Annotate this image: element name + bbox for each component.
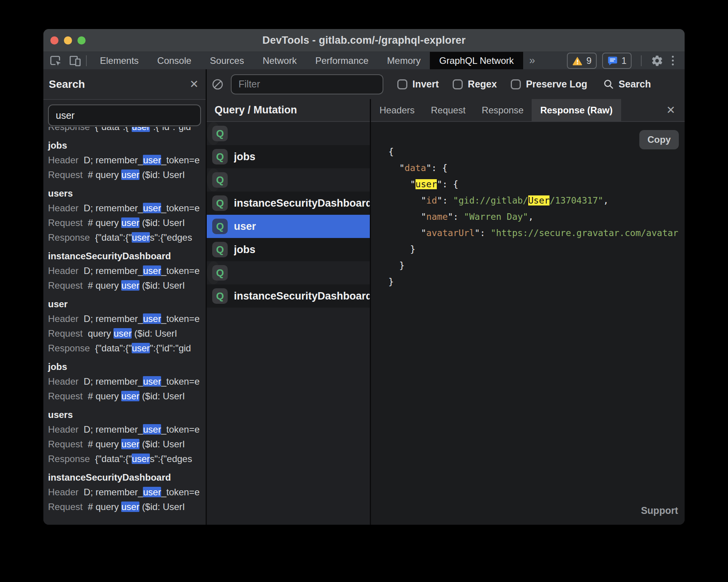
query-list: QuserQjobsQusersQinstanceSecurityDashboa… [207, 122, 370, 308]
messages-badge[interactable]: 1 [602, 53, 632, 69]
match-highlight: user [113, 328, 132, 339]
search-result-line[interactable]: Header D; remember_user_token=e [43, 264, 206, 278]
search-result-line[interactable]: Header D; remember_user_token=e [43, 201, 206, 216]
match-highlight: user [121, 502, 139, 512]
inspect-element-icon[interactable] [49, 54, 63, 68]
result-line-label: Request [48, 502, 82, 512]
match-highlight: user [143, 155, 161, 165]
query-type-badge: Q [212, 126, 228, 141]
query-list-item-instanceSecurityDashboard[interactable]: QinstanceSecurityDashboard [207, 284, 370, 308]
query-type-badge: Q [212, 242, 228, 257]
result-text: # query [82, 217, 121, 228]
search-result-line[interactable]: Request # query user ($id: UserI [43, 278, 206, 293]
result-line-label: Response [48, 454, 90, 464]
clear-log-icon[interactable] [211, 78, 224, 91]
regex-checkbox[interactable] [453, 79, 463, 89]
match-highlight: user [132, 343, 150, 353]
result-text: D; remember_ [79, 424, 143, 435]
search-result-line[interactable]: Header D; remember_user_token=e [43, 422, 206, 437]
tab-elements[interactable]: Elements [91, 52, 148, 69]
search-result-line[interactable]: Request # query user ($id: UserI [43, 437, 206, 452]
search-toggle[interactable]: Search [603, 79, 651, 90]
query-list-item-jobs[interactable]: Qjobs [207, 145, 370, 168]
search-result-line[interactable]: Header D; remember_user_token=e [43, 485, 206, 500]
warnings-badge[interactable]: 9 [567, 53, 596, 69]
match-highlight: user [121, 280, 139, 291]
search-input[interactable] [48, 104, 201, 126]
response-raw-view: Copy {"data": {"user": {"id": "gid://git… [371, 122, 685, 525]
search-result-line[interactable]: Response {"data":{"user":{"id":"gid [43, 127, 206, 134]
invert-checkbox-group[interactable]: Invert [397, 79, 439, 90]
query-list-item-user[interactable]: Quser [207, 215, 370, 238]
detail-tab-response[interactable]: Response [474, 99, 532, 121]
detail-tab-response-raw[interactable]: Response (Raw) [532, 99, 621, 121]
query-panel-title: Query / Mutation [207, 104, 297, 116]
search-result-entry: Response {"data":{"user":{"id":"gid [43, 127, 206, 134]
close-window-button[interactable] [50, 36, 58, 45]
match-highlight: user [143, 376, 161, 387]
match-highlight: user [132, 127, 150, 132]
search-result-line[interactable]: Request query user ($id: UserI [43, 326, 206, 341]
tab-console[interactable]: Console [148, 52, 201, 69]
minimize-window-button[interactable] [64, 36, 72, 45]
search-result-line[interactable]: Request # query user ($id: UserI [43, 168, 206, 182]
invert-checkbox[interactable] [397, 79, 407, 89]
query-list-item-users[interactable]: Qusers [207, 168, 220, 192]
result-text: # query [82, 391, 121, 401]
preserve-log-checkbox-group[interactable]: Preserve Log [511, 79, 587, 90]
tab-performance[interactable]: Performance [306, 52, 378, 69]
json-line: } [388, 241, 685, 257]
preserve-log-checkbox[interactable] [511, 79, 521, 89]
regex-checkbox-group[interactable]: Regex [453, 79, 497, 90]
result-text: _token=e [161, 376, 199, 387]
support-link[interactable]: Support [641, 505, 678, 516]
query-list-item-jobs[interactable]: Qjobs [207, 238, 370, 261]
search-result-line[interactable]: Response {"data":{"users":{"edges [43, 452, 206, 466]
result-text: ($id: UserI [139, 169, 185, 180]
detail-tab-headers[interactable]: Headers [371, 99, 423, 121]
json-token: } [388, 277, 394, 287]
search-result-line[interactable]: Header D; remember_user_token=e [43, 374, 206, 389]
result-text: _token=e [161, 203, 199, 213]
detail-tab-request[interactable]: Request [423, 99, 474, 121]
query-list-item-user[interactable]: Quser [207, 122, 220, 145]
search-result-line[interactable]: Response {"data":{"users":{"edges [43, 230, 206, 245]
json-line: } [388, 257, 685, 274]
query-list-item-users[interactable]: Qusers [207, 261, 220, 284]
tab-sources[interactable]: Sources [201, 52, 253, 69]
detail-close-icon[interactable]: ✕ [659, 104, 682, 116]
match-highlight: user [143, 313, 161, 324]
search-result-line[interactable]: Request # query user ($id: UserI [43, 389, 206, 404]
query-name: instanceSecurityDashboard [234, 197, 370, 209]
search-result-line[interactable]: Header D; remember_user_token=e [43, 312, 206, 326]
result-text: # query [82, 502, 121, 512]
tab-memory[interactable]: Memory [378, 52, 430, 69]
search-result-line[interactable]: Request # query user ($id: UserI [43, 500, 206, 514]
search-close-icon[interactable]: ✕ [183, 78, 206, 91]
search-result-line[interactable]: Response {"data":{"user":{"id":"gid [43, 341, 206, 356]
tab-graphql-network[interactable]: GraphQL Network [430, 52, 523, 69]
zoom-window-button[interactable] [77, 36, 86, 45]
match-highlight: user [132, 232, 150, 243]
title-bar: DevTools - gitlab.com/-/graphql-explorer [43, 29, 685, 52]
filter-input[interactable] [231, 74, 383, 94]
tab-network[interactable]: Network [253, 52, 306, 69]
result-text: _token=e [161, 155, 199, 165]
settings-gear-icon[interactable] [651, 55, 663, 67]
json-token: id [426, 195, 437, 205]
result-text: D; remember_ [79, 203, 143, 213]
invert-label: Invert [412, 79, 439, 90]
result-line-label: Request [48, 217, 82, 228]
more-tabs-chevron[interactable]: » [523, 52, 541, 69]
match-highlight: user [416, 179, 437, 189]
search-result-line[interactable]: Header D; remember_user_token=e [43, 153, 206, 168]
result-text: query [82, 328, 113, 339]
result-line-label: Response [48, 343, 90, 353]
device-toolbar-icon[interactable] [68, 54, 82, 68]
result-text: _token=e [161, 487, 199, 497]
query-list-item-instanceSecurityDashboard[interactable]: QinstanceSecurityDashboard [207, 192, 370, 215]
json-token: ": [437, 195, 453, 205]
json-token: { [388, 147, 394, 157]
kebab-menu-icon[interactable] [669, 56, 677, 65]
search-result-line[interactable]: Request # query user ($id: UserI [43, 216, 206, 230]
